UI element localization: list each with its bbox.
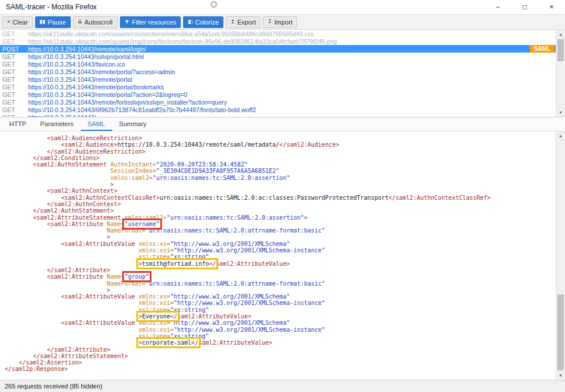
request-row[interactable]: GEThttps://10.0.3.254:10443/remote/porta… bbox=[0, 91, 556, 98]
xml-line: xmlns:xsi="http://www.w3.org/2001/XMLSch… bbox=[5, 247, 556, 254]
request-row[interactable]: GEThttps://10.0.3.254:10443/6f962b713874… bbox=[0, 106, 556, 113]
xml-token: </ bbox=[209, 261, 216, 267]
autoscroll-icon: ⇊ bbox=[78, 19, 82, 25]
xml-token: xmlns:xsi= bbox=[5, 300, 174, 306]
scrollbar-thumb[interactable] bbox=[557, 39, 564, 61]
xml-token: <saml2:AudienceRestriction> bbox=[5, 135, 142, 141]
xml-token: </saml2:Assertion> bbox=[5, 359, 82, 366]
xml-line: <saml2:Audience>https://10.0.3.254:10443… bbox=[5, 141, 556, 148]
xml-token: xsi:type= bbox=[5, 307, 170, 313]
request-url: https://10.0.3.254:10443/remote/saml/log… bbox=[28, 46, 146, 53]
request-row[interactable]: GEThttps://10.0.3.254:10443/remote/forti… bbox=[0, 98, 556, 106]
request-url: https://10.0.3.254:10443/remote/fortissl… bbox=[28, 99, 227, 106]
xml-token: <saml2:AuthnStatement bbox=[5, 161, 111, 168]
request-row[interactable]: GEThttps://10.0.3.254:10443/favicon.ico bbox=[0, 60, 556, 68]
saml-xml-code: <saml2:AudienceRestriction> <saml2:Audie… bbox=[0, 131, 556, 380]
maximize-button[interactable]: □ bbox=[511, 0, 538, 14]
xml-token: "xs:string" bbox=[170, 254, 209, 260]
xml-token: "http://www.w3.org/2001/XMLSchema" bbox=[170, 293, 290, 300]
request-row[interactable]: GEThttps://10.0.3.254:10443/remote/porta… bbox=[0, 83, 556, 91]
xml-token: </ bbox=[170, 313, 177, 320]
clear-button[interactable]: ×Clear bbox=[2, 16, 33, 28]
xml-line: <saml2:AuthnStatement AuthnInstant="2020… bbox=[5, 161, 556, 168]
xml-line: >Everyone</saml2:AttributeValue> bbox=[5, 313, 556, 320]
xml-line: > bbox=[5, 181, 556, 188]
xml-line: <saml2:AttributeStatement xmlns:saml2="u… bbox=[5, 214, 556, 221]
xml-line: </saml2:AttributeStatement> bbox=[5, 353, 556, 359]
clear-label: Clear bbox=[12, 19, 27, 26]
request-url: https://10.0.3.254:10443/remote/portal?a… bbox=[28, 68, 175, 75]
xml-token: urn:oasis:names:tc:SAML:2.0:ac:classes:P… bbox=[160, 195, 388, 201]
xml-line: xsi:type="xs:string" bbox=[5, 333, 556, 339]
colorize-button[interactable]: ◧Colorize bbox=[183, 16, 223, 28]
xml-line: <saml2:AttributeValue xmlns:xs="http://w… bbox=[5, 293, 556, 300]
xml-line: xmlns:xsi="http://www.w3.org/2001/XMLSch… bbox=[5, 300, 556, 306]
xml-token: "urn:oasis:names:tc:SAML:2.0:attrname-fo… bbox=[146, 227, 325, 234]
import-button[interactable]: ↧Import bbox=[263, 16, 297, 28]
request-url: https://10.0.3.254:10443/6f962b713874c81… bbox=[28, 106, 256, 113]
xml-token: xmlns:xs= bbox=[139, 293, 170, 300]
xml-token: <saml2:Attribute bbox=[5, 273, 107, 280]
tab-summary[interactable]: Summary bbox=[112, 117, 154, 131]
close-button[interactable]: × bbox=[538, 0, 565, 14]
xml-token: <saml2:Attribute bbox=[5, 221, 107, 227]
tab-parameters[interactable]: Parameters bbox=[33, 117, 81, 131]
scroll-up-icon[interactable]: ▲ bbox=[556, 30, 565, 39]
pause-button[interactable]: ▮▮Pause bbox=[35, 16, 71, 28]
request-row[interactable]: POSThttps://10.0.3.254:10443/remote/saml… bbox=[0, 45, 556, 53]
scrollbar-thumb[interactable] bbox=[557, 294, 564, 370]
annotation-box-red: "group" bbox=[125, 273, 149, 280]
request-row[interactable]: GEThttps://ok11static.oktacdn.com/assets… bbox=[0, 30, 556, 37]
export-button[interactable]: ↥Export bbox=[226, 16, 260, 28]
tab-saml[interactable]: SAML bbox=[81, 117, 112, 131]
xml-token: </saml2:AuthnContextClassRef> bbox=[388, 195, 491, 201]
xml-line: xmlns:saml2="urn:oasis:names:tc:SAML:2.0… bbox=[5, 175, 556, 181]
import-icon: ↧ bbox=[267, 19, 272, 25]
request-row[interactable]: GEThttps://10.0.3.254:10443/ bbox=[0, 113, 556, 117]
xml-line: <saml2:AttributeValue xmlns:xs="http://w… bbox=[5, 241, 556, 247]
annotation-box-red: "username" bbox=[125, 221, 160, 227]
xml-line: </saml2:Conditions> bbox=[5, 155, 556, 161]
xml-token: <saml2:AttributeValue bbox=[5, 241, 139, 247]
scroll-down-icon[interactable]: ▼ bbox=[556, 371, 565, 380]
scroll-down-icon[interactable]: ▼ bbox=[556, 108, 565, 117]
autoscroll-button[interactable]: ⇊Autoscroll bbox=[73, 16, 118, 28]
scroll-up-icon[interactable]: ▲ bbox=[556, 131, 565, 140]
minimize-button[interactable]: − bbox=[484, 0, 511, 14]
xml-line: </saml2:Assertion> bbox=[5, 359, 556, 366]
xml-line: xsi:type="xs:string" bbox=[5, 307, 556, 313]
request-row[interactable]: GEThttps://10.0.3.254:10443/remote/porta… bbox=[0, 75, 556, 83]
saml-tracer-window: SAML-tracer - Mozilla Firefox − □ × ×Cle… bbox=[0, 0, 565, 392]
request-list-scrollbar[interactable]: ▲ ▼ bbox=[556, 30, 565, 117]
xml-token: </saml2:AuthnStatement> bbox=[5, 207, 114, 214]
annotation-box-yellow: >corporate-saml</ bbox=[139, 339, 198, 346]
request-row[interactable]: GEThttps://10.0.3.254:10443/remote/porta… bbox=[0, 68, 556, 75]
request-method: GET bbox=[2, 84, 28, 91]
xml-token: > bbox=[5, 287, 111, 293]
xml-token: > bbox=[304, 214, 308, 221]
xml-token: saml2:AttributeValue> bbox=[216, 261, 290, 267]
request-row[interactable]: GEThttps://ok11static.oktacdn.com/assets… bbox=[0, 37, 556, 45]
xml-pane-scrollbar[interactable]: ▲ ▼ bbox=[556, 131, 565, 380]
toolbar: ×Clear▮▮Pause⇊Autoscroll▼Filter resource… bbox=[0, 14, 565, 30]
xml-token: "urn:oasis:names:tc:SAML:2.0:assertion" bbox=[153, 175, 290, 181]
xml-line: </saml2:AuthnContext> bbox=[5, 201, 556, 207]
xml-token: <saml2:AuthnContext> bbox=[5, 188, 118, 194]
xml-line: <saml2:Attribute Name="group" bbox=[5, 273, 556, 280]
request-row[interactable]: GEThttps://10.0.3.254:10443/sslvpn/porta… bbox=[0, 53, 556, 60]
request-method: GET bbox=[2, 114, 28, 117]
saml-xml-pane: <saml2:AudienceRestriction> <saml2:Audie… bbox=[0, 131, 565, 380]
xml-token: xmlns:xs= bbox=[139, 320, 170, 326]
status-text: 265 requests received (85 hidden) bbox=[5, 383, 102, 390]
request-method: GET bbox=[2, 53, 28, 60]
tab-http[interactable]: HTTP bbox=[2, 117, 33, 131]
xml-line: </saml2:Attribute> bbox=[5, 267, 556, 273]
xml-token: </saml2:Attribute> bbox=[5, 267, 111, 273]
xml-token: Name= bbox=[107, 273, 125, 280]
xml-token: </saml2:AuthnContext> bbox=[5, 201, 121, 207]
xml-token: "_3E304CDE1D9A33FA8F957A6A5A6851E2" bbox=[156, 168, 280, 174]
request-method: GET bbox=[2, 106, 28, 113]
xml-token: xmlns:xs= bbox=[139, 241, 170, 247]
xml-line: <saml2:AttributeValue xmlns:xs="http://w… bbox=[5, 320, 556, 326]
filter-resources-button[interactable]: ▼Filter resources bbox=[120, 16, 181, 28]
